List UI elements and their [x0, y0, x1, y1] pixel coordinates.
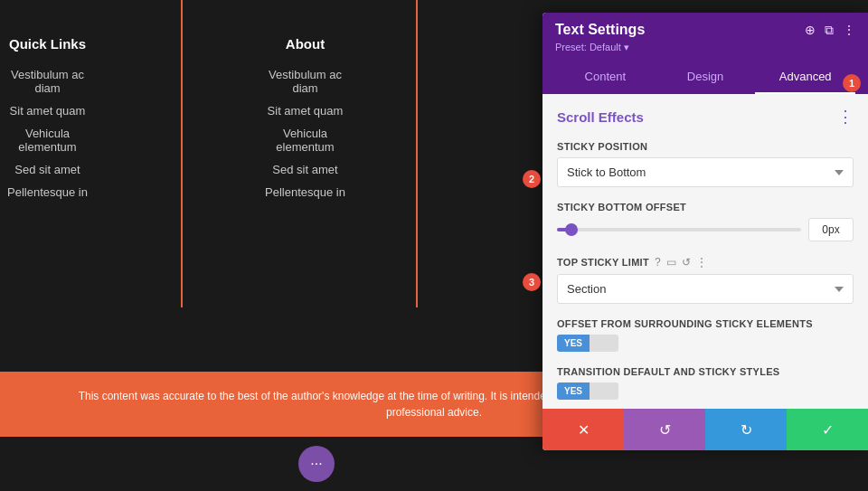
list-item[interactable]: Vehicula elementum [258, 127, 353, 154]
panel-body: Scroll Effects ⋮ Sticky Position Stick t… [542, 94, 868, 409]
list-item[interactable]: Pellentesque in [7, 185, 88, 199]
device-icon[interactable]: ▭ [666, 256, 676, 269]
tab-advanced[interactable]: Advanced [755, 61, 855, 94]
transition-toggle-no[interactable] [590, 382, 618, 400]
top-sticky-limit-select[interactable]: Section None Row Column [557, 274, 854, 304]
transition-toggle-yes[interactable]: YES [557, 382, 590, 400]
offset-toggle-no[interactable] [590, 335, 618, 352]
top-sticky-limit-label-row: Top Sticky Limit ? ▭ ↺ ⋮ [557, 256, 854, 269]
panel-header: Text Settings ⊕ ⧉ ⋮ Preset: Default ▾ Co… [542, 13, 868, 94]
scroll-effects-section-header: Scroll Effects ⋮ [542, 94, 868, 136]
offset-toggle-yes[interactable]: YES [557, 335, 590, 352]
list-item[interactable]: Sit amet quam [268, 104, 344, 118]
footer-nav: Quick Links Vestibulum ac diam Sit amet … [0, 0, 353, 226]
badge-sticky-position: 2 [523, 170, 541, 188]
list-item[interactable]: Pellentesque in [265, 185, 345, 199]
tab-design[interactable]: Design [656, 61, 756, 94]
footer-col-about: About Vestibulum ac diam Sit amet quam V… [258, 36, 353, 199]
more-icon[interactable]: ⋮ [843, 23, 855, 37]
footer-col-quick-links: Quick Links Vestibulum ac diam Sit amet … [0, 36, 95, 199]
panel-title: Text Settings [555, 22, 645, 38]
cancel-button[interactable]: ✕ [542, 409, 624, 450]
sticky-bottom-offset-field: Sticky Bottom Offset [542, 196, 868, 250]
resize-icon[interactable]: ⧉ [825, 23, 834, 38]
target-icon[interactable]: ⊕ [805, 23, 816, 37]
list-item[interactable]: Vehicula elementum [0, 127, 95, 154]
transition-default-field: Transition Default and Sticky Styles YES [542, 361, 868, 409]
undo-button[interactable]: ↺ [624, 409, 705, 450]
quick-links-title: Quick Links [9, 36, 86, 52]
more-options-icon[interactable]: ⋮ [696, 256, 707, 269]
settings-panel: Text Settings ⊕ ⧉ ⋮ Preset: Default ▾ Co… [542, 13, 868, 450]
panel-footer: ✕ ↺ ↻ ✓ [542, 409, 868, 450]
top-sticky-limit-field: Top Sticky Limit ? ▭ ↺ ⋮ Section None Ro… [542, 250, 868, 313]
reset-icon[interactable]: ↺ [682, 256, 691, 269]
sticky-position-label: Sticky Position [557, 141, 854, 152]
sticky-position-select[interactable]: Stick to Bottom None Stick to Top [557, 157, 854, 187]
sticky-bottom-offset-label: Sticky Bottom Offset [557, 202, 854, 212]
list-item[interactable]: Sed sit amet [272, 163, 337, 176]
help-icon[interactable]: ? [655, 256, 661, 269]
list-item[interactable]: Sit amet quam [10, 104, 86, 118]
chat-bubble-button[interactable]: ··· [298, 446, 335, 482]
panel-header-top: Text Settings ⊕ ⧉ ⋮ [555, 22, 855, 38]
transition-default-label: Transition Default and Sticky Styles [557, 366, 854, 377]
panel-header-icons: ⊕ ⧉ ⋮ [805, 23, 855, 38]
section-more-icon[interactable]: ⋮ [837, 107, 854, 127]
list-item[interactable]: Sed sit amet [14, 163, 80, 176]
list-item[interactable]: Vestibulum ac diam [0, 68, 95, 95]
list-item[interactable]: Vestibulum ac diam [258, 68, 353, 95]
offset-toggle: YES [557, 335, 854, 352]
badge-tab: 1 [843, 74, 861, 92]
about-title: About [286, 36, 325, 52]
slider-thumb[interactable] [565, 223, 578, 236]
sticky-position-field: Sticky Position Stick to Bottom None Sti… [542, 136, 868, 196]
panel-preset[interactable]: Preset: Default ▾ [555, 42, 855, 53]
top-sticky-limit-label: Top Sticky Limit [557, 257, 649, 268]
transition-toggle: YES [557, 382, 854, 400]
offset-surrounding-field: Offset From Surrounding Sticky Elements … [542, 313, 868, 361]
save-button[interactable]: ✓ [787, 409, 868, 450]
redo-button[interactable]: ↻ [705, 409, 787, 450]
slider-value-input[interactable] [808, 218, 854, 241]
divider-center [416, 0, 418, 307]
badge-top-sticky-limit: 3 [523, 273, 541, 291]
panel-tabs: Content Design Advanced [555, 61, 855, 94]
tab-content[interactable]: Content [555, 61, 656, 94]
section-title: Scroll Effects [557, 109, 644, 125]
slider-row [557, 218, 854, 241]
offset-surrounding-label: Offset From Surrounding Sticky Elements [557, 318, 854, 329]
slider-track[interactable] [557, 228, 801, 231]
chat-icon: ··· [310, 456, 322, 472]
